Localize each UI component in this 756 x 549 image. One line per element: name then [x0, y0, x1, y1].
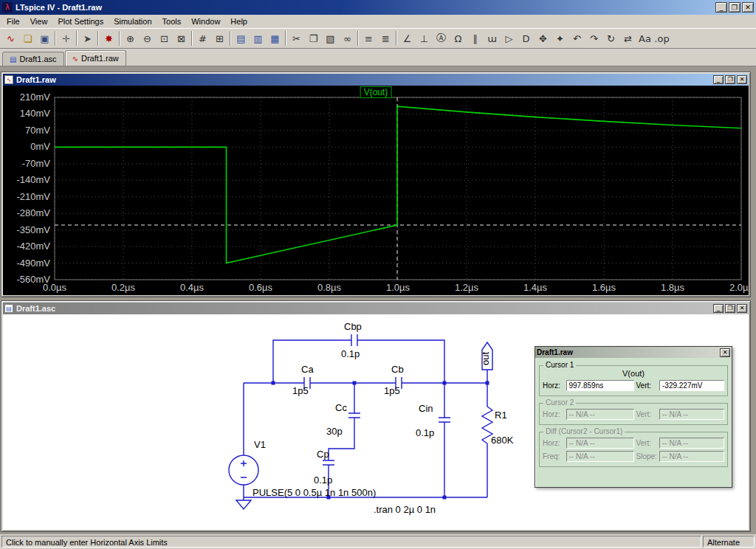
cursor-panel-close-button[interactable]: ✕	[720, 348, 730, 357]
menu-tools[interactable]: Tools	[157, 15, 187, 27]
zoom-out-button[interactable]: ⊖	[139, 30, 156, 46]
cursor1-vert-value[interactable]: -329.227mV	[659, 380, 724, 391]
cin-name-label[interactable]: Cin	[419, 403, 433, 414]
capacitor-cc-symbol[interactable]	[348, 413, 360, 418]
trace-label[interactable]: V(out)	[360, 86, 392, 98]
draft-wire-button[interactable]: ∠	[399, 30, 416, 46]
component-button[interactable]: D	[518, 30, 535, 46]
component-icon: D	[522, 33, 529, 44]
app-close-button[interactable]: ✕	[742, 2, 754, 13]
r1-name-label[interactable]: R1	[495, 410, 507, 421]
cbp-value-label[interactable]: 0.1p	[341, 348, 360, 359]
redo-button[interactable]: ↷	[585, 30, 602, 46]
ca-name-label[interactable]: Ca	[301, 364, 314, 375]
schematic-window-titlebar[interactable]: ▤ Draft1.asc _ ❐ ✕	[3, 303, 749, 314]
cascade-windows-button[interactable]: ▦	[267, 30, 284, 46]
schematic-canvas[interactable]: Cbp 0.1p Ca 1p5 Cb 1p5 Cc 30p Cp 0.1p Ci…	[3, 314, 749, 530]
tran-directive-label[interactable]: .tran 0 2µ 0 1n	[374, 504, 436, 515]
menu-help[interactable]: Help	[225, 15, 252, 27]
voltage-source-v1-symbol[interactable]	[229, 455, 258, 485]
zoom-full-extents-button[interactable]: ⊠	[173, 30, 190, 46]
cb-name-label[interactable]: Cb	[391, 364, 404, 375]
capacitor-button[interactable]: ∥	[467, 30, 484, 46]
tab-draft1-asc[interactable]: ▤Draft1.asc	[2, 52, 64, 66]
move-button[interactable]: ✥	[535, 30, 551, 46]
text-button[interactable]: Aa	[636, 30, 653, 46]
waveform-maximize-button[interactable]: ❐	[725, 75, 735, 84]
waveform-close-button[interactable]: ✕	[737, 75, 747, 84]
open-file-button[interactable]: ❏	[19, 30, 36, 46]
waveform-trace[interactable]	[55, 106, 741, 263]
v1-value-label[interactable]: PULSE(5 0 0.5µ 1n 1n 500n)	[252, 487, 376, 498]
waveform-minimize-button[interactable]: _	[713, 75, 724, 84]
grid-toggle-button[interactable]: ⊞	[211, 30, 228, 46]
mirror-button[interactable]: ⇄	[619, 30, 636, 46]
tile-horizontal-button[interactable]: ▤	[233, 30, 250, 46]
schematic-maximize-button[interactable]: ❐	[725, 304, 735, 313]
spice-directive-button[interactable]: .op	[653, 30, 670, 46]
waveform-window-titlebar[interactable]: ∿ Draft1.raw _ ❐ ✕	[3, 74, 749, 86]
tab-draft1-raw[interactable]: ∿Draft1.raw	[65, 50, 126, 66]
cp-value-label[interactable]: 0.1p	[314, 474, 332, 486]
waveform-plot-area[interactable]: 210mV140mV70mV0mV-70mV-140mV-210mV-280mV…	[3, 86, 749, 295]
zoom-in-button[interactable]: ⊕	[122, 30, 139, 46]
ca-value-label[interactable]: 1p5	[292, 385, 309, 396]
halt-simulation-button[interactable]: ✸	[100, 30, 117, 46]
capacitor-cp-symbol[interactable]	[323, 460, 334, 465]
document-tab-bar: ▤Draft1.asc∿Draft1.raw	[0, 49, 756, 66]
autorange-y-button[interactable]: #	[194, 30, 211, 46]
diode-button[interactable]: ▷	[501, 30, 518, 46]
cb-value-label[interactable]: 1p5	[384, 385, 400, 396]
new-schematic-button[interactable]: ∿	[2, 30, 19, 46]
cursor-panel-titlebar[interactable]: Draft1.raw ✕	[535, 347, 732, 358]
print-button[interactable]: ≣	[377, 30, 394, 46]
v1-name-label[interactable]: V1	[254, 439, 266, 450]
menu-simulation[interactable]: Simulation	[109, 15, 157, 27]
cursor1-signal: V(out)	[543, 369, 724, 378]
cp-name-label[interactable]: Cp	[317, 449, 329, 460]
tile-vertical-button[interactable]: ▥	[250, 30, 267, 46]
save-file-button[interactable]: ▣	[36, 30, 53, 46]
ground-button[interactable]: ⊥	[416, 30, 433, 46]
drag-button[interactable]: ✦	[551, 30, 568, 46]
menu-file[interactable]: File	[1, 15, 25, 27]
cut-button[interactable]: ✂	[288, 30, 305, 46]
find-button[interactable]: ∞	[339, 30, 356, 46]
net-label-button[interactable]: Ⓐ	[433, 30, 450, 46]
run-simulation-button[interactable]: ➤	[79, 30, 96, 46]
app-minimize-button[interactable]: _	[715, 2, 727, 13]
copy-button[interactable]: ❐	[305, 30, 322, 46]
net-flag-out-label[interactable]: out	[480, 352, 491, 365]
capacitor-cbp-symbol[interactable]	[351, 334, 357, 346]
cc-name-label[interactable]: Cc	[335, 402, 347, 413]
rotate-button[interactable]: ↻	[602, 30, 619, 46]
wire[interactable]	[273, 340, 444, 383]
y-tick-label: 140mV	[20, 108, 51, 119]
y-tick-label: -140mV	[16, 174, 50, 185]
diff-slope-value: -- N/A --	[659, 451, 724, 462]
ground-icon: ⊥	[420, 33, 428, 44]
paste-button[interactable]: ▧	[322, 30, 339, 46]
cbp-name-label[interactable]: Cbp	[344, 321, 362, 332]
r1-value-label[interactable]: 680K	[491, 435, 514, 446]
zoom-area-button[interactable]: ⊡	[156, 30, 173, 46]
undo-button[interactable]: ↶	[568, 30, 585, 46]
mdi-workspace: ∿ Draft1.raw _ ❐ ✕ 210mV140mV70mV0mV-70m…	[0, 66, 756, 534]
inductor-button[interactable]: ɯ	[484, 30, 501, 46]
resistor-button[interactable]: Ω	[450, 30, 467, 46]
menu-view[interactable]: View	[25, 15, 53, 27]
schematic-close-button[interactable]: ✕	[737, 304, 747, 313]
cursor1-horz-value[interactable]: 997.859ns	[566, 380, 634, 391]
schematic-window: ▤ Draft1.asc _ ❐ ✕	[1, 300, 751, 532]
menu-plot-settings[interactable]: Plot Settings	[52, 15, 109, 27]
menu-window[interactable]: Window	[186, 15, 225, 27]
app-maximize-button[interactable]: ❐	[729, 2, 740, 13]
cc-value-label[interactable]: 30p	[326, 426, 343, 437]
schematic-minimize-button[interactable]: _	[713, 304, 724, 313]
cursor2-horz-label: Horz:	[543, 410, 564, 418]
ground-symbol[interactable]	[236, 500, 251, 509]
capacitor-cin-symbol[interactable]	[439, 418, 450, 422]
control-panel-button[interactable]: ✛	[58, 30, 75, 46]
cin-value-label[interactable]: 0.1p	[416, 427, 434, 438]
print-preview-button[interactable]: ≡	[360, 30, 377, 46]
